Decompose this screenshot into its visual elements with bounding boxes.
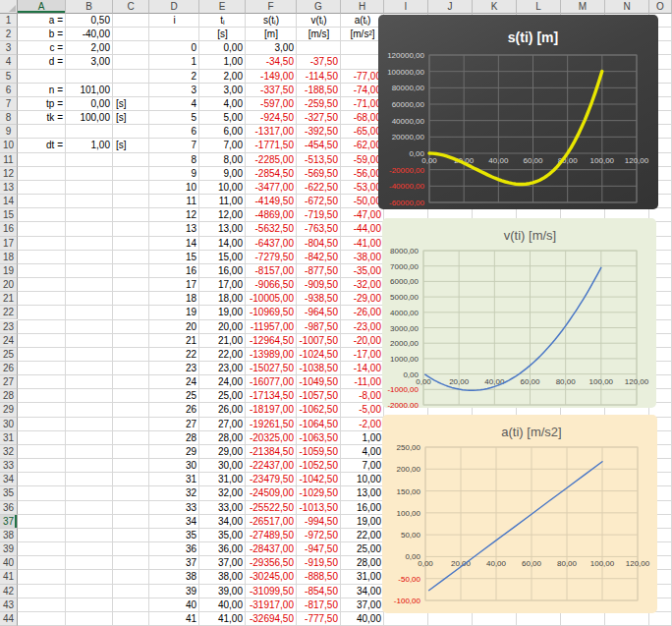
cell-E15[interactable]: 12,00 bbox=[199, 208, 246, 222]
row-header-39[interactable]: 39 bbox=[0, 542, 18, 556]
cell-D13[interactable]: 10 bbox=[149, 181, 199, 195]
row-header-41[interactable]: 41 bbox=[0, 570, 18, 584]
cell-H37[interactable]: 19,00 bbox=[341, 515, 384, 529]
cell-F18[interactable]: -7279,50 bbox=[246, 251, 297, 264]
cell-E19[interactable]: 16,00 bbox=[199, 264, 246, 278]
row-header-14[interactable]: 14 bbox=[0, 195, 18, 208]
cell-E36[interactable]: 33,00 bbox=[199, 501, 246, 515]
cell-F23[interactable]: -11957,00 bbox=[246, 320, 297, 334]
row-header-3[interactable]: 3 bbox=[0, 41, 18, 55]
cell-D20[interactable]: 17 bbox=[149, 278, 199, 292]
cell-E11[interactable]: 8,00 bbox=[199, 153, 246, 167]
cell-D11[interactable]: 8 bbox=[149, 153, 199, 167]
cell-E44[interactable]: 41,00 bbox=[199, 612, 246, 626]
col-header-D[interactable]: D bbox=[149, 0, 199, 14]
row-header-1[interactable]: 1 bbox=[0, 14, 18, 28]
col-header-G[interactable]: G bbox=[297, 0, 341, 14]
row-header-35[interactable]: 35 bbox=[0, 486, 18, 500]
cell-E6[interactable]: 3,00 bbox=[199, 84, 246, 97]
cell-E7[interactable]: 4,00 bbox=[199, 97, 246, 111]
cell-E18[interactable]: 15,00 bbox=[199, 251, 246, 264]
cell-F3[interactable]: 3,00 bbox=[246, 41, 297, 55]
row-header-7[interactable]: 7 bbox=[0, 97, 18, 111]
cell-F14[interactable]: -4149,50 bbox=[246, 195, 297, 208]
cell-F40[interactable]: -29356,50 bbox=[246, 556, 297, 570]
cell-E10[interactable]: 7,00 bbox=[199, 139, 246, 152]
cell-H34[interactable]: 10,00 bbox=[341, 473, 384, 486]
cell-A3[interactable]: c = bbox=[18, 41, 66, 55]
cell-A8[interactable]: tk = bbox=[18, 111, 66, 125]
cell-G20[interactable]: -909,50 bbox=[297, 278, 341, 292]
cell-F37[interactable]: -26517,00 bbox=[246, 515, 297, 529]
cell-G29[interactable]: -1062,50 bbox=[297, 403, 341, 417]
cell-D10[interactable]: 7 bbox=[149, 139, 199, 152]
row-header-44[interactable]: 44 bbox=[0, 612, 18, 626]
cell-H35[interactable]: 13,00 bbox=[341, 486, 384, 500]
cell-E9[interactable]: 6,00 bbox=[199, 125, 246, 139]
cell-C7[interactable]: [s] bbox=[113, 97, 149, 111]
cell-H20[interactable]: -32,00 bbox=[341, 278, 384, 292]
cell-F1[interactable]: s(tᵢ) bbox=[246, 14, 297, 28]
cell-F5[interactable]: -149,00 bbox=[246, 70, 297, 84]
cell-H23[interactable]: -23,00 bbox=[341, 320, 384, 334]
cell-D21[interactable]: 18 bbox=[149, 292, 199, 306]
cell-D37[interactable]: 34 bbox=[149, 515, 199, 529]
cell-D22[interactable]: 19 bbox=[149, 306, 199, 319]
cell-H24[interactable]: -20,00 bbox=[341, 334, 384, 348]
col-header-A[interactable]: A bbox=[18, 0, 66, 14]
row-header-27[interactable]: 27 bbox=[0, 375, 18, 389]
cell-H36[interactable]: 16,00 bbox=[341, 501, 384, 515]
chart-s[interactable]: -60000,00-40000,00-20000,000,0020000,004… bbox=[378, 15, 658, 209]
cell-F10[interactable]: -1771,50 bbox=[246, 139, 297, 152]
cell-G36[interactable]: -1013,50 bbox=[297, 501, 341, 515]
cell-A4[interactable]: d = bbox=[18, 55, 66, 69]
cell-G9[interactable]: -392,50 bbox=[297, 125, 341, 139]
cell-E25[interactable]: 22,00 bbox=[199, 348, 246, 362]
cell-D42[interactable]: 39 bbox=[149, 585, 199, 598]
cell-F44[interactable]: -32694,50 bbox=[246, 612, 297, 626]
cell-D39[interactable]: 36 bbox=[149, 542, 199, 556]
cell-G37[interactable]: -994,50 bbox=[297, 515, 341, 529]
cell-E3[interactable]: 0,00 bbox=[199, 41, 246, 55]
cell-F35[interactable]: -24509,00 bbox=[246, 486, 297, 500]
cell-G22[interactable]: -964,50 bbox=[297, 306, 341, 319]
row-header-22[interactable]: 22 bbox=[0, 306, 18, 319]
cell-D14[interactable]: 11 bbox=[149, 195, 199, 208]
cell-F43[interactable]: -31917,00 bbox=[246, 598, 297, 612]
cell-G4[interactable]: -37,50 bbox=[297, 55, 341, 69]
cell-G15[interactable]: -719,50 bbox=[297, 208, 341, 222]
cell-G35[interactable]: -1029,50 bbox=[297, 486, 341, 500]
cell-F32[interactable]: -21384,50 bbox=[246, 445, 297, 459]
cell-D34[interactable]: 31 bbox=[149, 473, 199, 486]
cell-D4[interactable]: 1 bbox=[149, 55, 199, 69]
cell-C10[interactable]: [s] bbox=[113, 139, 149, 152]
cell-E41[interactable]: 38,00 bbox=[199, 570, 246, 584]
cell-G16[interactable]: -763,50 bbox=[297, 222, 341, 236]
cell-F21[interactable]: -10005,00 bbox=[246, 292, 297, 306]
col-header-C[interactable]: C bbox=[113, 0, 149, 14]
col-header-F[interactable]: F bbox=[246, 0, 297, 14]
cell-G10[interactable]: -454,50 bbox=[297, 139, 341, 152]
cell-A6[interactable]: n = bbox=[18, 84, 66, 97]
cell-A7[interactable]: tp = bbox=[18, 97, 66, 111]
row-header-26[interactable]: 26 bbox=[0, 362, 18, 375]
cell-G27[interactable]: -1049,50 bbox=[297, 375, 341, 389]
cell-H28[interactable]: -8,00 bbox=[341, 389, 384, 403]
cell-E42[interactable]: 39,00 bbox=[199, 585, 246, 598]
cell-E4[interactable]: 1,00 bbox=[199, 55, 246, 69]
row-header-25[interactable]: 25 bbox=[0, 348, 18, 362]
row-header-16[interactable]: 16 bbox=[0, 222, 18, 236]
col-header-M[interactable]: M bbox=[561, 0, 605, 14]
cell-E35[interactable]: 32,00 bbox=[199, 486, 246, 500]
cell-H32[interactable]: 4,00 bbox=[341, 445, 384, 459]
cell-D7[interactable]: 4 bbox=[149, 97, 199, 111]
cell-F8[interactable]: -924,50 bbox=[246, 111, 297, 125]
chart-v[interactable]: -2000,00-1000,000,001000,002000,003000,0… bbox=[382, 218, 656, 408]
cell-D8[interactable]: 5 bbox=[149, 111, 199, 125]
row-header-37[interactable]: 37 bbox=[0, 515, 18, 529]
cell-G23[interactable]: -987,50 bbox=[297, 320, 341, 334]
cell-F15[interactable]: -4869,00 bbox=[246, 208, 297, 222]
cell-F7[interactable]: -597,00 bbox=[246, 97, 297, 111]
cell-E37[interactable]: 34,00 bbox=[199, 515, 246, 529]
cell-F30[interactable]: -19261,50 bbox=[246, 418, 297, 431]
